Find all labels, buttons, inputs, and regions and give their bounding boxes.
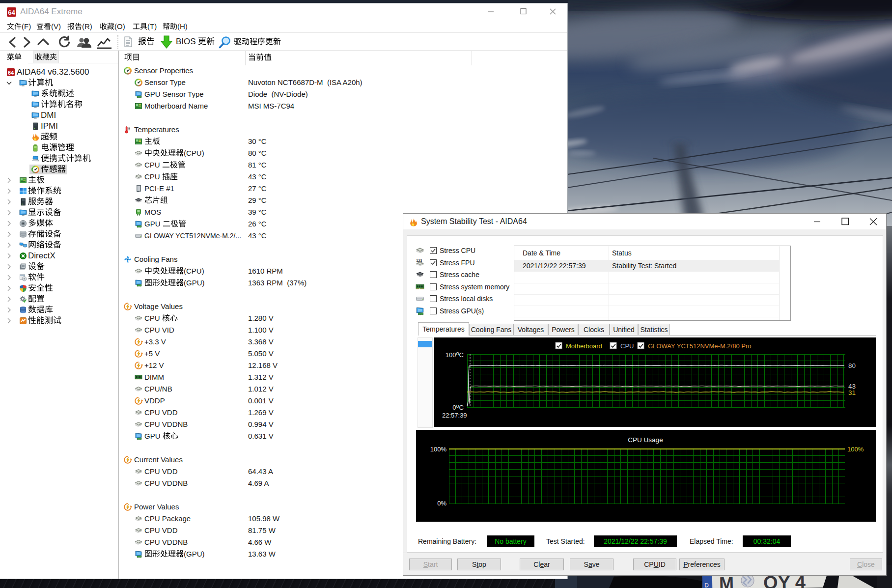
svg-text:80: 80 <box>848 362 856 369</box>
svg-text:22:57:39: 22:57:39 <box>442 412 467 419</box>
svg-text:64: 64 <box>8 70 14 76</box>
svg-text:64: 64 <box>8 9 15 16</box>
svg-text:0%: 0% <box>437 500 446 507</box>
svg-text:100%: 100% <box>430 446 447 453</box>
svg-text:100%: 100% <box>847 446 864 453</box>
svg-text:31: 31 <box>848 389 856 396</box>
svg-text:100oC: 100oC <box>446 350 464 359</box>
svg-text:CPU: CPU <box>620 342 634 350</box>
svg-text:123: 123 <box>416 258 422 263</box>
svg-text:Motherboard: Motherboard <box>566 342 602 350</box>
svg-text:CPU Usage: CPU Usage <box>628 436 663 444</box>
svg-text:D: D <box>704 582 709 588</box>
svg-text:GLOWAY YCT512NVMe-M.2/80 Pro: GLOWAY YCT512NVMe-M.2/80 Pro <box>648 342 751 350</box>
